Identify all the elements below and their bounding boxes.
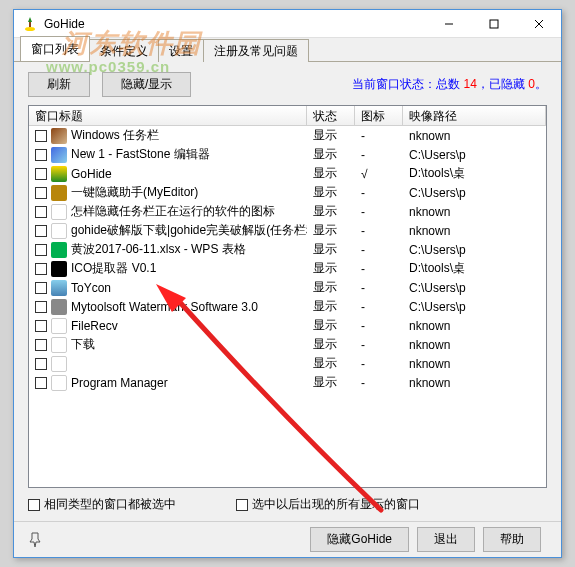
- svg-point-1: [25, 27, 35, 31]
- row-title: New 1 - FastStone 编辑器: [71, 146, 210, 163]
- row-checkbox[interactable]: [35, 263, 47, 275]
- row-path: C:\Users\p: [403, 148, 546, 162]
- row-checkbox[interactable]: [35, 225, 47, 237]
- window-icon: [51, 166, 67, 182]
- table-row[interactable]: Program Manager显示-nknown: [29, 373, 546, 392]
- row-title: GoHide: [71, 167, 112, 181]
- row-path: D:\tools\桌: [403, 260, 546, 277]
- row-state: 显示: [307, 241, 355, 258]
- row-path: nknown: [403, 224, 546, 238]
- window-icon: [51, 242, 67, 258]
- checkbox-icon[interactable]: [28, 499, 40, 511]
- row-title: gohide破解版下载|gohide完美破解版(任务栏程序一键...: [71, 222, 307, 239]
- maximize-button[interactable]: [471, 10, 516, 38]
- window-icon: [51, 375, 67, 391]
- table-row[interactable]: FileRecv显示-nknown: [29, 316, 546, 335]
- listview-header[interactable]: 窗口标题 状态 图标 映像路径: [29, 106, 546, 126]
- col-title[interactable]: 窗口标题: [29, 106, 307, 125]
- row-path: nknown: [403, 357, 546, 371]
- row-title: FileRecv: [71, 319, 118, 333]
- row-icon-flag: -: [355, 129, 403, 143]
- opt-after-show[interactable]: 选中以后出现的所有显示的窗口: [236, 496, 420, 513]
- table-row[interactable]: 黄波2017-06-11.xlsx - WPS 表格显示-C:\Users\p: [29, 240, 546, 259]
- row-path: C:\Users\p: [403, 300, 546, 314]
- row-state: 显示: [307, 355, 355, 372]
- table-row[interactable]: ToYcon显示-C:\Users\p: [29, 278, 546, 297]
- row-checkbox[interactable]: [35, 320, 47, 332]
- row-checkbox[interactable]: [35, 149, 47, 161]
- row-state: 显示: [307, 165, 355, 182]
- checkbox-icon[interactable]: [236, 499, 248, 511]
- table-row[interactable]: New 1 - FastStone 编辑器显示-C:\Users\p: [29, 145, 546, 164]
- minimize-button[interactable]: [426, 10, 471, 38]
- tab-register-faq[interactable]: 注册及常见问题: [203, 39, 309, 62]
- row-checkbox[interactable]: [35, 206, 47, 218]
- row-title: Mytoolsoft Watermark Software 3.0: [71, 300, 258, 314]
- status-prefix: 当前窗口状态：: [352, 77, 436, 91]
- exit-button[interactable]: 退出: [417, 527, 475, 552]
- table-row[interactable]: ICO提取器 V0.1显示-D:\tools\桌: [29, 259, 546, 278]
- row-title: 一键隐藏助手(MyEditor): [71, 184, 198, 201]
- row-path: D:\tools\桌: [403, 165, 546, 182]
- refresh-button[interactable]: 刷新: [28, 72, 90, 97]
- row-checkbox[interactable]: [35, 339, 47, 351]
- window-icon: [51, 280, 67, 296]
- row-checkbox[interactable]: [35, 187, 47, 199]
- hide-gohide-button[interactable]: 隐藏GoHide: [310, 527, 409, 552]
- help-button[interactable]: 帮助: [483, 527, 541, 552]
- row-path: nknown: [403, 319, 546, 333]
- toolbar: 刷新 隐藏/显示 当前窗口状态：总数 14，已隐藏 0。: [28, 72, 547, 97]
- col-path[interactable]: 映像路径: [403, 106, 546, 125]
- window-title: GoHide: [44, 17, 85, 31]
- row-icon-flag: -: [355, 186, 403, 200]
- row-icon-flag: -: [355, 224, 403, 238]
- row-icon-flag: -: [355, 262, 403, 276]
- table-row[interactable]: Mytoolsoft Watermark Software 3.0显示-C:\U…: [29, 297, 546, 316]
- row-state: 显示: [307, 222, 355, 239]
- tabstrip: 窗口列表 条件定义 设置 注册及常见问题: [14, 38, 561, 62]
- row-checkbox[interactable]: [35, 244, 47, 256]
- row-path: nknown: [403, 338, 546, 352]
- titlebar[interactable]: GoHide: [14, 10, 561, 38]
- table-row[interactable]: 下载显示-nknown: [29, 335, 546, 354]
- tab-window-list[interactable]: 窗口列表: [20, 36, 90, 61]
- window-icon: [51, 128, 67, 144]
- row-state: 显示: [307, 374, 355, 391]
- window-icon: [51, 337, 67, 353]
- table-row[interactable]: 显示-nknown: [29, 354, 546, 373]
- col-state[interactable]: 状态: [307, 106, 355, 125]
- row-state: 显示: [307, 336, 355, 353]
- table-row[interactable]: GoHide显示√D:\tools\桌: [29, 164, 546, 183]
- table-row[interactable]: 一键隐藏助手(MyEditor)显示-C:\Users\p: [29, 183, 546, 202]
- bottom-bar: 隐藏GoHide 退出 帮助: [14, 521, 561, 557]
- tab-content: 刷新 隐藏/显示 当前窗口状态：总数 14，已隐藏 0。 窗口标题 状态 图标 …: [14, 62, 561, 521]
- row-icon-flag: √: [355, 167, 403, 181]
- opt-same-type[interactable]: 相同类型的窗口都被选中: [28, 496, 176, 513]
- hide-show-button[interactable]: 隐藏/显示: [102, 72, 191, 97]
- tab-settings[interactable]: 设置: [158, 39, 204, 62]
- row-path: C:\Users\p: [403, 186, 546, 200]
- row-path: nknown: [403, 129, 546, 143]
- row-icon-flag: -: [355, 319, 403, 333]
- row-path: nknown: [403, 376, 546, 390]
- close-button[interactable]: [516, 10, 561, 38]
- row-checkbox[interactable]: [35, 377, 47, 389]
- tab-condition[interactable]: 条件定义: [89, 39, 159, 62]
- row-title: ICO提取器 V0.1: [71, 260, 156, 277]
- window-icon: [51, 185, 67, 201]
- table-row[interactable]: gohide破解版下载|gohide完美破解版(任务栏程序一键...显示-nkn…: [29, 221, 546, 240]
- pin-icon[interactable]: [26, 531, 44, 549]
- row-icon-flag: -: [355, 338, 403, 352]
- row-checkbox[interactable]: [35, 168, 47, 180]
- table-row[interactable]: 怎样隐藏任务栏正在运行的软件的图标显示-nknown: [29, 202, 546, 221]
- row-checkbox[interactable]: [35, 301, 47, 313]
- col-icon[interactable]: 图标: [355, 106, 403, 125]
- row-icon-flag: -: [355, 205, 403, 219]
- row-state: 显示: [307, 146, 355, 163]
- row-checkbox[interactable]: [35, 282, 47, 294]
- row-checkbox[interactable]: [35, 130, 47, 142]
- listview-body[interactable]: Windows 任务栏显示-nknownNew 1 - FastStone 编辑…: [29, 126, 546, 487]
- row-checkbox[interactable]: [35, 358, 47, 370]
- window-listview[interactable]: 窗口标题 状态 图标 映像路径 Windows 任务栏显示-nknownNew …: [28, 105, 547, 488]
- table-row[interactable]: Windows 任务栏显示-nknown: [29, 126, 546, 145]
